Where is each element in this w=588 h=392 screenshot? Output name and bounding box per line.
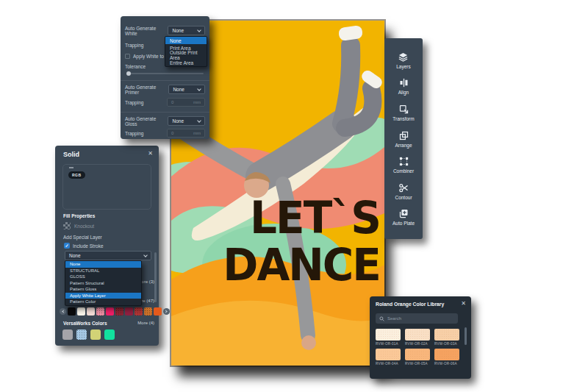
arrange-icon xyxy=(398,130,409,141)
dropdown-option[interactable]: Pattern Structural xyxy=(65,280,141,287)
dropdown-option[interactable]: Apply White Layer xyxy=(65,293,141,299)
library-swatch-cell[interactable]: RVW-OR-01A xyxy=(376,329,401,346)
primer-trapping-label: Trapping xyxy=(125,100,143,105)
color-swatch[interactable] xyxy=(144,307,152,316)
library-swatch-cell[interactable]: RVW-OR-02A xyxy=(405,329,430,346)
versaworks-swatch[interactable] xyxy=(90,329,101,340)
color-swatch[interactable] xyxy=(115,307,123,316)
dropdown-option[interactable]: STRUCTURAL xyxy=(65,268,141,274)
fill-properties-label: Fill Properties xyxy=(63,213,95,218)
tool-label: Align xyxy=(398,90,409,95)
transform-icon xyxy=(398,104,409,115)
versaworks-colors-label: VersaWorks Colors xyxy=(63,321,107,326)
search-input[interactable] xyxy=(387,316,446,321)
versaworks-swatch[interactable] xyxy=(62,329,73,340)
library-swatch-name: RVW-OR-01A xyxy=(376,342,401,346)
tool-contour[interactable]: Contour xyxy=(395,182,412,200)
trapping-unit: mm xyxy=(193,100,201,104)
auto-generate-primer-select[interactable]: None xyxy=(168,85,205,94)
close-icon[interactable]: ✕ xyxy=(461,300,466,307)
auto-generate-white-dropdown: NonePrint AreaOutside Print AreaEntire A… xyxy=(165,36,207,67)
color-swatch[interactable] xyxy=(125,307,133,316)
solid-panel: Solid ✕ RGB Fill Properties Knockout Add… xyxy=(55,146,159,346)
knockout-checker-icon[interactable] xyxy=(63,222,71,229)
include-stroke-checkbox[interactable]: ✓ xyxy=(64,243,70,249)
tool-layers[interactable]: Layers xyxy=(396,51,411,69)
library-swatch-name: RVW-OR-03A xyxy=(434,342,459,346)
select-value: None xyxy=(173,87,184,92)
dropdown-option[interactable]: Outside Print Area xyxy=(165,51,207,59)
scroll-left-icon[interactable] xyxy=(60,308,66,315)
apply-white-checkbox[interactable] xyxy=(125,54,130,59)
gradient-stop-marker xyxy=(69,167,74,168)
versaworks-color-strip xyxy=(62,329,115,340)
color-library-search[interactable] xyxy=(376,313,458,324)
library-color-swatch[interactable] xyxy=(405,329,430,341)
color-swatch[interactable] xyxy=(96,307,104,316)
fill-color-preview[interactable]: RGB xyxy=(62,164,151,210)
color-swatch[interactable] xyxy=(87,307,95,316)
library-color-swatch[interactable] xyxy=(376,349,401,360)
tool-auto-plate[interactable]: Auto Plate xyxy=(392,208,415,226)
color-library-title: Roland Orange Color Library xyxy=(376,302,444,307)
library-color-swatch[interactable] xyxy=(405,349,430,360)
library-swatch-cell[interactable]: RVW-OR-03A xyxy=(434,329,459,346)
library-swatch-cell[interactable]: RVW-OR-05A xyxy=(405,349,430,366)
color-swatch[interactable] xyxy=(68,307,76,316)
primer-trapping-input[interactable]: 0 mm xyxy=(167,98,205,107)
white-trapping-label: Trapping xyxy=(125,43,143,48)
auto-generate-gloss-select[interactable]: None xyxy=(168,116,205,126)
tool-label: Auto Plate xyxy=(392,221,415,226)
versaworks-swatch[interactable] xyxy=(76,329,87,340)
color-swatch[interactable] xyxy=(77,307,85,316)
align-icon xyxy=(398,77,409,88)
auto-generate-white-select[interactable]: None xyxy=(168,26,205,35)
tolerance-slider-thumb[interactable] xyxy=(126,71,131,76)
tools-sidebar: LayersAlignTransformArrangeCombinerConto… xyxy=(384,38,423,239)
special-layer-select[interactable]: None xyxy=(65,251,151,260)
dropdown-option[interactable]: Pattern Color xyxy=(65,299,141,305)
tool-label: Contour xyxy=(395,195,412,200)
tool-transform[interactable]: Transform xyxy=(392,104,414,121)
auto-plate-icon xyxy=(398,208,409,219)
library-swatch-cell[interactable]: RVW-OR-04A xyxy=(376,349,401,366)
library-color-swatch[interactable] xyxy=(376,329,401,341)
library-color-swatch[interactable] xyxy=(434,329,459,341)
library-color-swatch[interactable] xyxy=(434,349,459,360)
tool-combiner[interactable]: Combiner xyxy=(393,156,414,174)
chevron-down-icon xyxy=(143,253,148,257)
add-special-layer-label: Add Special Layer xyxy=(63,235,102,240)
color-library-panel: Roland Orange Color Library ✕ RVW-OR-01A… xyxy=(370,296,471,379)
close-icon[interactable]: ✕ xyxy=(148,150,153,157)
dropdown-option[interactable]: None xyxy=(165,37,207,44)
poster-headline-line1: LET`S xyxy=(223,194,380,241)
tool-align[interactable]: Align xyxy=(398,77,409,95)
gloss-trapping-input[interactable]: 0 mm xyxy=(167,129,205,138)
spot-color-strip xyxy=(60,307,155,316)
special-layer-dropdown: NoneSTRUCTURALGLOSSPattern StructuralPat… xyxy=(65,260,142,306)
solid-panel-scrollbar[interactable] xyxy=(154,252,157,302)
color-swatch[interactable] xyxy=(135,307,143,316)
dropdown-option[interactable]: None xyxy=(65,261,141,268)
color-swatch[interactable] xyxy=(154,307,162,316)
versaworks-swatch[interactable] xyxy=(104,329,115,340)
layers-icon xyxy=(398,51,409,63)
color-swatch[interactable] xyxy=(106,307,114,316)
chevron-down-icon xyxy=(197,87,201,91)
scroll-right-icon[interactable] xyxy=(163,308,170,315)
auto-generate-panel: Auto Generate White None Trapping Apply … xyxy=(121,16,209,139)
tool-arrange[interactable]: Arrange xyxy=(395,130,412,148)
knockout-label: Knockout xyxy=(74,224,94,229)
dropdown-option[interactable]: GLOSS xyxy=(65,274,141,280)
combiner-icon xyxy=(398,156,409,167)
tolerance-slider[interactable] xyxy=(126,73,204,74)
library-scrollbar[interactable] xyxy=(465,327,467,345)
more-versaworks-link[interactable]: More (4) xyxy=(137,321,154,325)
dropdown-option[interactable]: Pattern Gloss xyxy=(65,286,141,293)
design-workspace: LET`S DANCE Auto Generate White None Tra… xyxy=(0,0,588,392)
color-library-grid: RVW-OR-01ARVW-OR-02ARVW-OR-03ARVW-OR-04A… xyxy=(376,329,461,366)
solid-panel-title: Solid xyxy=(63,151,79,158)
trapping-value: 0 xyxy=(171,100,173,104)
library-swatch-name: RVW-OR-06A xyxy=(434,362,459,366)
library-swatch-cell[interactable]: RVW-OR-06A xyxy=(434,349,459,366)
